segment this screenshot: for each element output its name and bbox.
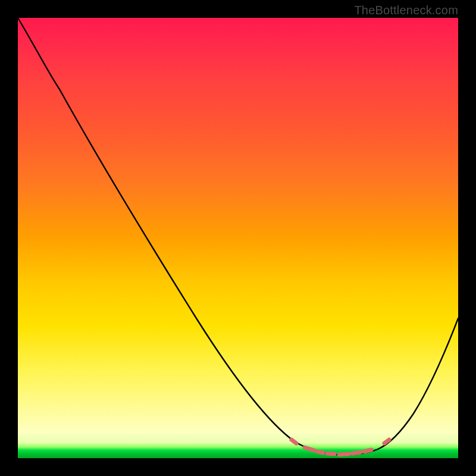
optimal-zone-dashes — [292, 440, 389, 455]
curve-svg — [18, 18, 458, 458]
bottleneck-curve — [18, 18, 458, 455]
plot-area — [18, 18, 458, 458]
chart-frame: TheBottleneck.com — [0, 0, 476, 476]
watermark-text: TheBottleneck.com — [354, 4, 458, 17]
